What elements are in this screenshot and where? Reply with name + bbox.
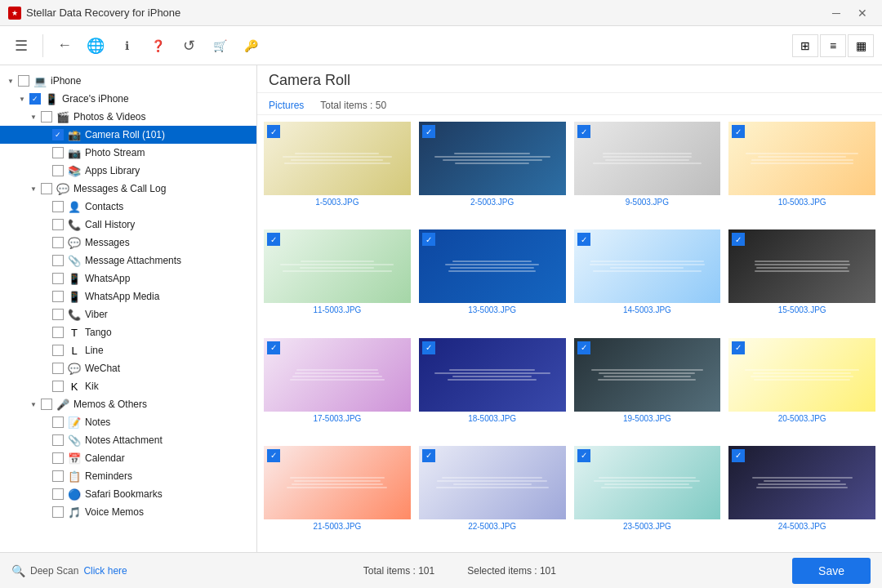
checkbox-reminders[interactable] [52, 470, 64, 482]
photo-checkbox-5[interactable]: ✓ [267, 233, 280, 246]
checkbox-iphone[interactable] [18, 75, 29, 87]
checkbox-tango[interactable] [52, 327, 64, 338]
checkbox-message-attachments[interactable] [52, 255, 64, 266]
checkbox-contacts[interactable] [52, 201, 64, 212]
photo-checkbox-9[interactable]: ✓ [267, 341, 280, 354]
click-here-link[interactable]: Click here [83, 565, 127, 577]
photo-checkbox-4[interactable]: ✓ [732, 125, 745, 138]
photo-item-4[interactable]: ✓10-5003.JPG [728, 122, 875, 221]
sidebar-item-voice-memos[interactable]: 🎵Voice Memos [0, 503, 256, 521]
checkbox-photos-videos[interactable] [41, 111, 52, 122]
expander-iphone[interactable]: ▼ [5, 78, 16, 85]
sidebar-item-graces-iphone[interactable]: ▼✓📱Grace's iPhone [0, 90, 256, 108]
checkbox-messages[interactable] [52, 237, 64, 248]
expander-graces-iphone[interactable]: ▼ [16, 96, 28, 103]
sidebar-item-viber[interactable]: 📞Viber [0, 305, 256, 323]
expander-photos-videos[interactable]: ▼ [28, 114, 39, 121]
close-button[interactable]: ✕ [851, 5, 874, 21]
globe-button[interactable]: 🌐 [82, 33, 109, 59]
checkbox-viber[interactable] [52, 309, 64, 320]
cart-button[interactable]: 🛒 [207, 33, 233, 59]
expander-memos-others[interactable]: ▼ [28, 401, 39, 408]
checkbox-graces-iphone[interactable]: ✓ [29, 93, 41, 105]
checkbox-apps-library[interactable] [52, 165, 64, 176]
sidebar-item-whatsapp[interactable]: 📱WhatsApp [0, 270, 256, 287]
sidebar-item-safari-bookmarks[interactable]: 🔵Safari Bookmarks [0, 485, 256, 503]
sidebar-item-line[interactable]: LLine [0, 341, 256, 359]
photo-checkbox-1[interactable]: ✓ [267, 125, 280, 138]
expander-messages-calllog[interactable]: ▼ [28, 185, 39, 193]
photo-item-12[interactable]: ✓20-5003.JPG [728, 338, 875, 438]
sidebar-item-messages-calllog[interactable]: ▼💬Messages & Call Log [0, 180, 256, 198]
photo-checkbox-6[interactable]: ✓ [422, 233, 435, 246]
photo-item-3[interactable]: ✓9-5003.JPG [574, 122, 721, 221]
photo-item-5[interactable]: ✓11-5003.JPG [264, 229, 411, 329]
sidebar-item-kik[interactable]: KKik [0, 377, 256, 395]
photo-checkbox-13[interactable]: ✓ [267, 449, 280, 462]
photo-checkbox-10[interactable]: ✓ [422, 341, 435, 354]
checkbox-call-history[interactable] [52, 219, 64, 230]
sidebar-item-iphone[interactable]: ▼💻iPhone [0, 72, 256, 90]
checkbox-wechat[interactable] [52, 363, 64, 374]
sidebar-item-reminders[interactable]: 📋Reminders [0, 467, 256, 485]
photo-checkbox-7[interactable]: ✓ [577, 233, 590, 246]
sidebar-item-memos-others[interactable]: ▼🎤Memos & Others [0, 395, 256, 413]
save-button[interactable]: Save [792, 558, 871, 584]
view-grid-button[interactable]: ⊞ [792, 34, 818, 57]
photo-item-9[interactable]: ✓17-5003.JPG [264, 338, 411, 438]
photo-item-16[interactable]: ✓24-5003.JPG [728, 446, 875, 546]
info-button[interactable]: ℹ [114, 33, 140, 59]
menu-button[interactable]: ☰ [8, 33, 34, 59]
photo-checkbox-14[interactable]: ✓ [422, 449, 435, 462]
sidebar-item-camera-roll[interactable]: ✓📸Camera Roll (101) [0, 126, 256, 144]
checkbox-calendar[interactable] [52, 452, 64, 464]
photo-checkbox-12[interactable]: ✓ [732, 341, 745, 354]
view-detail-button[interactable]: ▦ [848, 34, 874, 57]
photo-item-8[interactable]: ✓15-5003.JPG [728, 229, 875, 329]
sidebar-item-calendar[interactable]: 📅Calendar [0, 449, 256, 467]
sidebar-item-messages[interactable]: 💬Messages [0, 234, 256, 252]
photo-item-15[interactable]: ✓23-5003.JPG [574, 446, 721, 546]
photo-checkbox-11[interactable]: ✓ [577, 341, 590, 354]
help-button[interactable]: ❓ [145, 33, 171, 59]
sidebar-item-apps-library[interactable]: 📚Apps Library [0, 162, 256, 180]
photo-checkbox-3[interactable]: ✓ [577, 125, 590, 138]
photo-item-10[interactable]: ✓18-5003.JPG [419, 338, 566, 438]
sidebar-item-photo-stream[interactable]: 📷Photo Stream [0, 144, 256, 162]
photo-item-14[interactable]: ✓22-5003.JPG [419, 446, 566, 546]
sidebar-item-tango[interactable]: TTango [0, 323, 256, 341]
photo-item-1[interactable]: ✓1-5003.JPG [264, 122, 411, 221]
sidebar-item-call-history[interactable]: 📞Call History [0, 216, 256, 234]
checkbox-whatsapp-media[interactable] [52, 291, 64, 302]
sidebar-item-message-attachments[interactable]: 📎Message Attachments [0, 252, 256, 270]
photo-item-11[interactable]: ✓19-5003.JPG [574, 338, 721, 438]
checkbox-notes-attachment[interactable] [52, 434, 64, 446]
view-list-button[interactable]: ≡ [820, 34, 846, 57]
back-button[interactable]: ← [51, 33, 78, 59]
checkbox-kik[interactable] [52, 381, 64, 392]
photo-checkbox-16[interactable]: ✓ [732, 449, 745, 462]
sidebar-item-notes[interactable]: 📝Notes [0, 413, 256, 431]
checkbox-voice-memos[interactable] [52, 506, 64, 518]
checkbox-photo-stream[interactable] [52, 147, 64, 158]
key-button[interactable]: 🔑 [238, 33, 264, 59]
checkbox-line[interactable] [52, 345, 64, 356]
sidebar-item-contacts[interactable]: 👤Contacts [0, 198, 256, 216]
photo-checkbox-8[interactable]: ✓ [732, 233, 745, 246]
sidebar-item-whatsapp-media[interactable]: 📱WhatsApp Media [0, 287, 256, 305]
photo-checkbox-15[interactable]: ✓ [577, 449, 590, 462]
sidebar-item-wechat[interactable]: 💬WeChat [0, 359, 256, 377]
checkbox-whatsapp[interactable] [52, 273, 64, 284]
refresh-button[interactable]: ↺ [176, 33, 202, 59]
checkbox-camera-roll[interactable]: ✓ [52, 129, 64, 140]
photo-item-13[interactable]: ✓21-5003.JPG [264, 446, 411, 546]
photo-item-6[interactable]: ✓13-5003.JPG [419, 229, 566, 329]
photo-item-7[interactable]: ✓14-5003.JPG [574, 229, 721, 329]
sidebar-item-photos-videos[interactable]: ▼🎬Photos & Videos [0, 108, 256, 126]
checkbox-safari-bookmarks[interactable] [52, 488, 64, 500]
sidebar-item-notes-attachment[interactable]: 📎Notes Attachment [0, 431, 256, 449]
checkbox-notes[interactable] [52, 416, 64, 428]
photo-item-2[interactable]: ✓2-5003.JPG [419, 122, 566, 221]
minimize-button[interactable]: ─ [825, 5, 848, 21]
photo-checkbox-2[interactable]: ✓ [422, 125, 435, 138]
